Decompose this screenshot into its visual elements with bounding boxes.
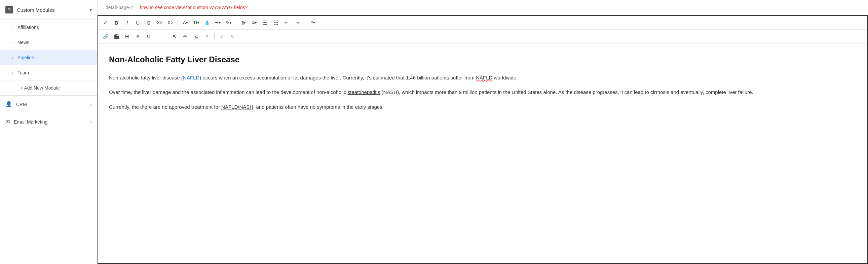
wysiwyg-help-link[interactable]: how to see code view for custom WYSIWYG …: [140, 5, 248, 10]
content-heading: Non-Alcoholic Fatty Liver Disease: [109, 53, 857, 67]
italic-button[interactable]: I: [122, 18, 132, 27]
special-char-button[interactable]: Ω: [144, 32, 153, 41]
highlight-button[interactable]: 💧: [202, 18, 212, 27]
table-button[interactable]: ⊞: [122, 32, 132, 41]
editor-content-area[interactable]: Non-Alcoholic Fatty Liver Disease Non-al…: [98, 44, 867, 127]
align-button[interactable]: ≡▾: [250, 18, 259, 27]
nafld-link-1[interactable]: NAFLD: [183, 75, 199, 80]
font-family-button[interactable]: ✒▾: [213, 18, 222, 27]
draw-button[interactable]: ✏: [181, 32, 190, 41]
indent-increase-button[interactable]: ⇥: [292, 18, 302, 27]
custom-modules-header[interactable]: ⊞ Custom Modules ▾: [0, 0, 97, 20]
news-label: News: [18, 40, 29, 45]
expand-button[interactable]: ⤢: [101, 18, 110, 27]
superscript-button[interactable]: X2: [165, 18, 175, 27]
team-label: Team: [18, 70, 29, 75]
sidebar-section-email-marketing[interactable]: ✉ Email Marketing ›: [0, 113, 97, 130]
crm-icon: 👤: [5, 101, 12, 107]
steatohepatitis-link[interactable]: steatohepatitis: [348, 89, 380, 95]
sidebar-item-team[interactable]: › Team: [0, 65, 97, 80]
font-size-button[interactable]: TI▾: [191, 18, 201, 27]
add-new-module-button[interactable]: + Add New Module: [0, 80, 97, 95]
main-content: detail-page-2 how to see code view for c…: [97, 0, 868, 264]
sidebar-item-news[interactable]: › News: [0, 35, 97, 50]
toolbar-row-1: ⤢ B I U S X2 X2 A▾ TI▾ 💧 ✒▾ ✎▾ ¶▾ ≡▾ ☰ ☷…: [98, 16, 867, 30]
content-paragraph-3: Currently, the there are no approved tre…: [109, 103, 857, 111]
ordered-list-button[interactable]: ☰: [260, 18, 270, 27]
toolbar-sep-1: [178, 19, 178, 26]
custom-modules-chevron: ▾: [89, 7, 92, 12]
unordered-list-button[interactable]: ☷: [271, 18, 280, 27]
add-module-label: + Add New Module: [20, 85, 60, 90]
indent-decrease-button[interactable]: ⇤: [282, 18, 291, 27]
crm-chevron: ›: [90, 102, 92, 107]
toolbar-sep-3: [305, 19, 305, 26]
email-marketing-icon: ✉: [5, 118, 10, 125]
email-marketing-label: Email Marketing: [14, 119, 48, 125]
pen-button[interactable]: ✎▾: [224, 18, 233, 27]
redo-button[interactable]: ↻: [228, 32, 238, 41]
pipeline-arrow: ›: [12, 55, 13, 60]
affiliations-label: Affiliations: [18, 25, 39, 30]
sidebar-section-crm[interactable]: 👤 CRM ›: [0, 95, 97, 113]
link-button[interactable]: 🔗: [101, 32, 110, 41]
select-button[interactable]: ↖: [170, 32, 179, 41]
content-paragraph-1: Non-alcoholic fatty liver disease (NAFLD…: [109, 73, 857, 82]
paragraph-button[interactable]: ¶▾: [239, 18, 248, 27]
top-bar: detail-page-2 how to see code view for c…: [97, 0, 868, 15]
emoji-button[interactable]: ☺: [133, 32, 143, 41]
page-slug: detail-page-2: [105, 5, 133, 10]
print-button[interactable]: 🖨: [191, 32, 201, 41]
subscript-button[interactable]: X2: [155, 18, 164, 27]
crm-label: CRM: [16, 102, 27, 107]
video-button[interactable]: 🎬: [112, 32, 121, 41]
news-arrow: ›: [12, 40, 13, 45]
team-arrow: ›: [12, 70, 13, 75]
nafld-spellcheck-1: NAFLD: [476, 75, 492, 80]
editor-toolbar: ⤢ B I U S X2 X2 A▾ TI▾ 💧 ✒▾ ✎▾ ¶▾ ≡▾ ☰ ☷…: [98, 16, 867, 44]
help-button[interactable]: ?: [202, 32, 212, 41]
font-color-button[interactable]: A▾: [181, 18, 190, 27]
custom-modules-label: Custom Modules: [17, 7, 55, 13]
toolbar-sep-2: [236, 19, 236, 26]
pipeline-label: Pipeline: [18, 55, 34, 60]
toolbar-row-2: 🔗 🎬 ⊞ ☺ Ω — ↖ ✏ 🖨 ? ↺ ↻: [98, 30, 867, 43]
hr-button[interactable]: —: [155, 32, 164, 41]
content-paragraph-2: Over time, the liver damage and the asso…: [109, 88, 857, 97]
sidebar-item-pipeline[interactable]: › Pipeline: [0, 50, 97, 65]
strikethrough-button[interactable]: S: [144, 18, 153, 27]
undo-button[interactable]: ↺: [217, 32, 227, 41]
nafld-nash-link[interactable]: NAFLD/NASH: [221, 104, 253, 110]
wysiwyg-editor[interactable]: ⤢ B I U S X2 X2 A▾ TI▾ 💧 ✒▾ ✎▾ ¶▾ ≡▾ ☰ ☷…: [97, 15, 868, 264]
affiliations-arrow: ›: [12, 25, 13, 30]
toolbar-sep-5: [214, 33, 215, 40]
underline-button[interactable]: U: [133, 18, 143, 27]
sidebar-item-affiliations[interactable]: › Affiliations: [0, 20, 97, 35]
toolbar-sep-4: [167, 33, 167, 40]
custom-modules-icon: ⊞: [5, 6, 13, 14]
sidebar: ⊞ Custom Modules ▾ › Affiliations › News…: [0, 0, 97, 264]
email-marketing-chevron: ›: [90, 119, 92, 125]
bold-button[interactable]: B: [112, 18, 121, 27]
blockquote-button[interactable]: ❝▾: [308, 18, 317, 27]
